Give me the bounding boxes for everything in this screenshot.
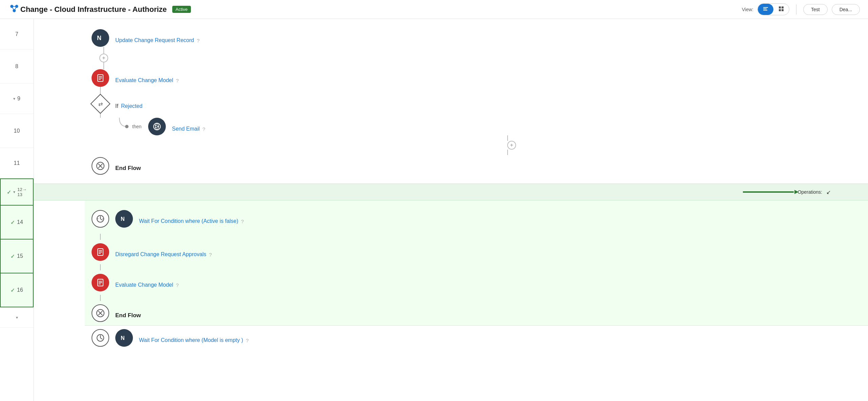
row-number: 16 xyxy=(17,287,23,293)
end-flow-16-label[interactable]: End Flow xyxy=(115,307,141,319)
test-button[interactable]: Test xyxy=(803,4,828,15)
help-icon[interactable]: ? xyxy=(197,38,199,43)
row-15[interactable]: ✓ 15 xyxy=(0,240,34,273)
evaluate-15-icon xyxy=(92,274,109,291)
step-update-label[interactable]: Update Change Request Record ? xyxy=(115,33,200,43)
svg-rect-9 xyxy=(779,6,781,8)
row-number: 8 xyxy=(15,63,18,70)
condition-icon: ⇄ xyxy=(98,101,103,107)
disregard-icon xyxy=(92,243,109,261)
wait-17-now-icon: N xyxy=(115,329,133,347)
view-toggle xyxy=(757,3,789,15)
svg-rect-7 xyxy=(763,8,767,9)
svg-point-18 xyxy=(125,125,129,128)
row-number: 15 xyxy=(17,253,23,259)
end-flow-16-icon xyxy=(92,304,109,322)
row-check: ✓ xyxy=(11,287,15,293)
view-text-btn[interactable] xyxy=(758,4,773,15)
flow-canvas[interactable]: N Update Change Request Record ? + xyxy=(34,19,868,401)
send-email-label[interactable]: Send Email ? xyxy=(172,121,205,132)
header-actions: View: Test Dea... xyxy=(742,3,860,15)
help-icon-disregard[interactable]: ? xyxy=(209,252,212,257)
help-icon-send-email[interactable]: ? xyxy=(202,126,205,132)
svg-line-28 xyxy=(100,219,102,220)
header: Change - Cloud Infrastructure - Authoriz… xyxy=(0,0,868,19)
svg-rect-12 xyxy=(782,9,784,11)
svg-text:N: N xyxy=(121,335,125,341)
header-divider xyxy=(796,4,796,15)
row-16[interactable]: ✓ 16 xyxy=(0,273,34,307)
svg-line-45 xyxy=(100,338,102,339)
svg-rect-8 xyxy=(763,10,767,11)
wait-condition-label[interactable]: Wait For Condition where (Active is fals… xyxy=(139,213,244,224)
wait-17-label[interactable]: Wait For Condition where (Model is empty… xyxy=(139,332,249,343)
section-divider: ▶ Operations: ↙ xyxy=(34,184,868,200)
view-grid-btn[interactable] xyxy=(773,4,789,15)
logo xyxy=(8,3,20,16)
row-17[interactable]: ▾ xyxy=(0,307,34,328)
row-check: ✓ xyxy=(7,189,11,195)
row-10[interactable]: 10 xyxy=(0,114,34,148)
send-email-icon xyxy=(148,118,166,135)
step-evaluate-8-label[interactable]: Evaluate Change Model ? xyxy=(115,73,179,83)
end-flow-11-label[interactable]: End Flow xyxy=(115,160,141,172)
help-icon-wait-17[interactable]: ? xyxy=(246,338,249,343)
row-8[interactable]: 8 xyxy=(0,50,34,83)
if-rejected-label[interactable]: If Rejected xyxy=(115,98,142,109)
main-layout: 7 8 ▾ 9 10 11 ✓ ▾ 12→13 ✓ 14 xyxy=(0,19,868,401)
row-number: 10 xyxy=(14,128,20,134)
disregard-label[interactable]: Disregard Change Request Approvals ? xyxy=(115,247,212,257)
svg-text:N: N xyxy=(97,35,101,41)
svg-rect-10 xyxy=(782,6,784,8)
wait-now-icon: N xyxy=(115,210,133,228)
row-9[interactable]: ▾ 9 xyxy=(0,83,34,114)
row-number: 12→13 xyxy=(17,187,26,197)
svg-rect-6 xyxy=(763,7,768,8)
add-after-send-email[interactable]: + xyxy=(507,141,516,150)
expand-arrow[interactable]: ▾ xyxy=(16,315,18,320)
svg-point-2 xyxy=(13,9,16,12)
view-label: View: xyxy=(742,7,753,12)
step-update-icon: N xyxy=(92,29,109,47)
help-icon-evaluate-15[interactable]: ? xyxy=(176,282,179,288)
wait-17-icon xyxy=(92,329,109,347)
row-number: 7 xyxy=(15,31,18,37)
row-number: 14 xyxy=(17,219,23,225)
add-after-update[interactable]: + xyxy=(99,54,108,62)
row-14[interactable]: ✓ 14 xyxy=(0,206,34,240)
condition-diamond: ⇄ xyxy=(90,94,110,114)
help-icon-wait[interactable]: ? xyxy=(241,218,244,224)
svg-point-19 xyxy=(154,123,160,130)
row-check: ✓ xyxy=(11,219,15,226)
expand-arrow[interactable]: ▾ xyxy=(13,190,15,194)
row-number: 9 xyxy=(17,96,20,102)
status-badge: Active xyxy=(172,6,191,13)
help-icon-8[interactable]: ? xyxy=(176,78,179,83)
then-label: then xyxy=(132,124,141,129)
wait-condition-icon xyxy=(92,210,109,228)
operations-icon[interactable]: ↙ xyxy=(826,189,831,195)
expand-arrow[interactable]: ▾ xyxy=(13,96,15,101)
operations-label: Operations: xyxy=(798,189,822,195)
row-11[interactable]: 11 xyxy=(0,148,34,178)
svg-text:N: N xyxy=(121,216,125,222)
row-7[interactable]: 7 xyxy=(0,19,34,50)
evaluate-15-label[interactable]: Evaluate Change Model ? xyxy=(115,277,179,288)
row-panel: 7 8 ▾ 9 10 11 ✓ ▾ 12→13 ✓ 14 xyxy=(0,19,34,401)
selected-block: N Wait For Condition where (Active is fa… xyxy=(85,200,868,325)
step-evaluate-8-icon xyxy=(92,69,109,87)
svg-point-22 xyxy=(155,124,159,129)
green-arrow-line: ▶ xyxy=(743,191,794,193)
deactivate-button[interactable]: Dea... xyxy=(832,4,860,15)
row-number: 11 xyxy=(14,160,20,166)
svg-rect-11 xyxy=(779,9,781,11)
end-flow-11-icon xyxy=(92,157,109,175)
page-title: Change - Cloud Infrastructure - Authoriz… xyxy=(20,5,167,14)
row-check: ✓ xyxy=(11,253,15,260)
row-12-13[interactable]: ✓ ▾ 12→13 xyxy=(0,178,34,206)
